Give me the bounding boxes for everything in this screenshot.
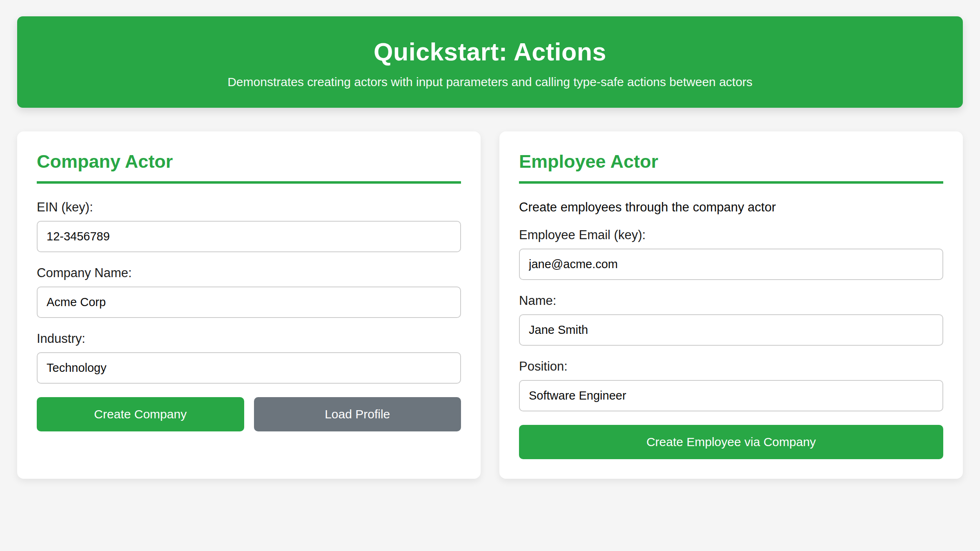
employee-position-input[interactable] bbox=[519, 380, 943, 411]
employee-position-label: Position: bbox=[519, 359, 943, 374]
company-name-label: Company Name: bbox=[37, 266, 461, 280]
employee-card-description: Create employees through the company act… bbox=[519, 200, 943, 215]
company-card-title: Company Actor bbox=[37, 151, 461, 184]
cards-container: Company Actor EIN (key): Company Name: I… bbox=[17, 131, 963, 479]
company-button-row: Create Company Load Profile bbox=[37, 397, 461, 431]
create-company-button[interactable]: Create Company bbox=[37, 397, 244, 431]
ein-input[interactable] bbox=[37, 221, 461, 252]
company-name-input[interactable] bbox=[37, 287, 461, 318]
load-profile-button[interactable]: Load Profile bbox=[254, 397, 461, 431]
industry-input[interactable] bbox=[37, 352, 461, 384]
employee-email-input[interactable] bbox=[519, 249, 943, 280]
employee-name-label: Name: bbox=[519, 293, 943, 308]
ein-label: EIN (key): bbox=[37, 200, 461, 215]
page-title: Quickstart: Actions bbox=[29, 38, 951, 66]
employee-email-label: Employee Email (key): bbox=[519, 228, 943, 242]
company-actor-card: Company Actor EIN (key): Company Name: I… bbox=[17, 131, 481, 479]
industry-label: Industry: bbox=[37, 331, 461, 346]
header-banner: Quickstart: Actions Demonstrates creatin… bbox=[17, 16, 963, 108]
employee-card-title: Employee Actor bbox=[519, 151, 943, 184]
create-employee-button[interactable]: Create Employee via Company bbox=[519, 425, 943, 459]
employee-actor-card: Employee Actor Create employees through … bbox=[499, 131, 963, 479]
employee-name-input[interactable] bbox=[519, 314, 943, 346]
page-subtitle: Demonstrates creating actors with input … bbox=[29, 75, 951, 89]
